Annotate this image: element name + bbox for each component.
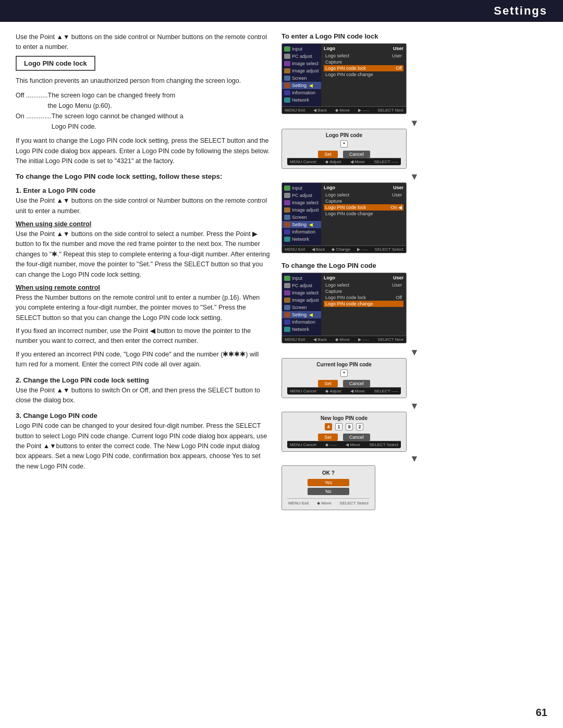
network-icon-2 [284, 237, 290, 242]
imgadj-icon-3 [284, 298, 290, 303]
status-bar-2: MENU Exit ◀ Back ◆ Change ▶ ----- SELECT… [282, 245, 406, 253]
side-control-heading: When using side control [16, 220, 271, 228]
imgsel-icon [284, 61, 290, 66]
row-pin-lock-1: Logo PIN code lockOff [324, 65, 403, 71]
set-btn-1[interactable]: Set [318, 151, 338, 158]
network-icon [284, 97, 290, 103]
confirm-box: OK ? Yes No MENU Exit ◆ Move SELECT Sele… [282, 465, 375, 510]
desc1: This function prevents an unauthorized p… [16, 76, 271, 86]
arrow-down-3: ▼ [282, 348, 547, 357]
menu-network: Network [282, 96, 321, 104]
menu-setting-active-3: Setting ◀ [282, 311, 321, 318]
new-cancel-btn[interactable]: Cancel [343, 434, 370, 441]
menu-info-2: Information [282, 228, 321, 236]
right-panel-3: Logo User Logo selectUser Capture Logo P… [321, 273, 406, 336]
intro-text: Use the Point ▲▼ buttons on the side con… [16, 32, 271, 53]
panel-title-2: Logo User [324, 185, 403, 190]
step1-label: 1. Enter a Logo PIN code [16, 187, 271, 194]
pc-icon-3 [284, 283, 290, 288]
pin-entry-1: Logo PIN code * Set Cancel MENU Cancel ◆… [282, 129, 407, 169]
remote-control-heading: When using remote control [16, 284, 271, 291]
confirm-status: MENU Exit ◆ Move SELECT Select [287, 498, 370, 505]
new-pin-entry: New logo PIN code 4 1 9 2 Set Cancel MEN… [282, 412, 407, 452]
on-desc: The screen logo cannot be changed withou… [52, 111, 271, 132]
row-pin-lock-2: Logo PIN code lockOn ◀ [324, 204, 403, 211]
ui-screenshot-2: Input PC adjust Image select Image adjus… [282, 182, 407, 253]
menu-input: Input [282, 45, 321, 53]
new-set-btn[interactable]: Set [318, 434, 338, 441]
imgsel-icon-2 [284, 200, 290, 205]
new-pin-digits: 4 1 9 2 [287, 423, 401, 430]
new-pin-title: New logo PIN code [287, 415, 401, 421]
confirm-yes[interactable]: Yes [308, 479, 349, 486]
setting-icon [284, 83, 290, 88]
ui-screenshot-1: Input PC adjust Image select Image adjus… [282, 43, 407, 114]
menu-input-3: Input [282, 275, 321, 282]
row-capture-3: Capture [324, 288, 403, 294]
step1-desc: Use the Point ▲▼ buttons on the side con… [16, 196, 271, 216]
current-set-btn[interactable]: Set [318, 380, 338, 387]
row-pin-change-3: Logo PIN code change [324, 301, 403, 307]
off-desc: The screen logo can be changed freely fr… [48, 90, 271, 111]
current-pin-title: Current logo PIN code [287, 362, 401, 367]
menu-img-sel: Image select [282, 60, 321, 67]
input-icon [284, 46, 290, 52]
cancel-btn-1[interactable]: Cancel [343, 151, 370, 158]
current-pin-entry: Current logo PIN code * Set Cancel MENU … [282, 358, 407, 398]
on-label: On .............. [16, 111, 52, 132]
row-pin-lock-3: Logo PIN code lockOff [324, 294, 403, 301]
menu-img-adj: Image adjust [282, 67, 321, 75]
imgsel-icon-3 [284, 290, 290, 295]
row-pin-change-2: Logo PIN code change [324, 211, 403, 217]
screen-icon-3 [284, 305, 290, 310]
panel-title-3: Logo User [324, 275, 403, 280]
input-icon-2 [284, 186, 290, 191]
confirm-question: OK ? [287, 470, 370, 476]
para1: If you want to change the Logo PIN code … [16, 136, 271, 166]
menu-setting-active: Setting ◀ [282, 82, 321, 89]
on-row: On .............. The screen logo cannot… [16, 111, 271, 132]
setting-icon-3 [284, 312, 290, 317]
pin-status-1: MENU Cancel ◆ Adjust ◀ Move SELECT ----- [287, 158, 401, 165]
new-pin-btns: Set Cancel [287, 434, 401, 441]
menu-network-2: Network [282, 236, 321, 243]
info-icon-3 [284, 319, 290, 325]
current-pin-dot: * [340, 369, 348, 377]
off-row: Off ............ The screen logo can be … [16, 90, 271, 111]
off-label: Off ............ [16, 90, 48, 111]
panel-title-1: Logo User [324, 46, 403, 51]
status-bar-1: MENU Exit ◀ Back ◆ Move ▶ ----- SELECT N… [282, 106, 406, 114]
menu-pc-3: PC adjust [282, 282, 321, 289]
menu-img-sel-2: Image select [282, 199, 321, 206]
off-on-block: Off ............ The screen logo can be … [16, 90, 271, 132]
menu-pc-2: PC adjust [282, 192, 321, 199]
right-panel-1: Logo User Logo selectUser Capture Logo P… [321, 44, 406, 106]
page-number: 61 [536, 707, 547, 719]
bold-heading: To change the Logo PIN code lock setting… [16, 172, 271, 180]
current-pin-status: MENU Cancel ◆ Adjust ◀ Move SELECT ----- [287, 387, 401, 394]
confirm-options: Yes No [287, 479, 370, 495]
pin-title-1: Logo PIN code [287, 132, 401, 138]
confirm-no[interactable]: No [308, 488, 349, 495]
menu-setting-active-2: Setting ◀ [282, 221, 321, 228]
current-cancel-btn[interactable]: Cancel [343, 380, 370, 387]
step3-label: 3. Change Logo PIN code [16, 412, 271, 419]
section1-label: To enter a Logo PIN code lock [282, 32, 547, 40]
step2-label: 2. Change the Logo PIN code lock setting [16, 376, 271, 384]
header-title: Settings [494, 4, 547, 17]
arrow-down-4: ▼ [282, 401, 547, 411]
new-pin-d2: 1 [335, 423, 342, 430]
remote-control-text: Press the Number buttons on the remote c… [16, 293, 271, 323]
pin-dots-1: * [287, 140, 401, 147]
left-column: Use the Point ▲▼ buttons on the side con… [16, 32, 271, 519]
arrow-down-5: ▼ [282, 454, 547, 463]
menu-pc: PC adjust [282, 53, 321, 60]
new-pin-d4: 2 [356, 423, 363, 430]
para3: If you entered an incorrect PIN code, "L… [16, 350, 271, 370]
right-column: To enter a Logo PIN code lock Input PC a… [282, 32, 547, 519]
menu-info-3: Information [282, 318, 321, 326]
row-logo-select-1: Logo selectUser [324, 53, 403, 59]
row-pin-change-1: Logo PIN code change [324, 71, 403, 78]
imgadj-icon [284, 68, 290, 73]
new-pin-d1: 4 [325, 423, 332, 430]
